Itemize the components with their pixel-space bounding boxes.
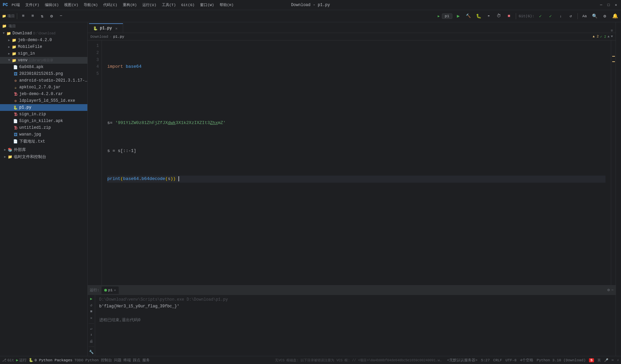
menu-file[interactable]: PC端 — [10, 2, 22, 8]
notifications-btn[interactable]: 🔔 — [611, 12, 619, 20]
status-debug[interactable]: 踩点 — [133, 358, 140, 363]
code-op: = — [110, 148, 118, 153]
status-service[interactable]: 服务 — [142, 358, 150, 363]
maximize-button[interactable]: □ — [606, 3, 611, 7]
coverage-button[interactable]: ☂ — [485, 12, 493, 20]
toolbar-btn-settings[interactable]: ⚙ — [48, 12, 56, 20]
menu-help[interactable]: 帮助(H) — [218, 2, 235, 8]
editor-tab-p1py[interactable]: 🐍 p1.py ✕ — [89, 23, 123, 33]
tree-item-jar[interactable]: ☕ apktool_2.7.0.jar — [0, 84, 87, 91]
tree-item-venv[interactable]: ▼ 📁 venv library根目录 — [0, 57, 87, 64]
tree-item-jpg[interactable]: 🖼 wanan.jpg — [0, 131, 87, 138]
wrap-icon[interactable]: ↵ — [88, 326, 94, 331]
rerun-icon[interactable]: ↺ — [88, 303, 94, 308]
tree-item-external[interactable]: ▶ 📚 外部库 — [0, 146, 87, 153]
tools-icon[interactable]: 🔧 — [88, 350, 94, 355]
status-python-ver[interactable]: Python 3.10 (Download) — [537, 358, 586, 362]
tree-item-zip2[interactable]: 🗜 untitled1.zip — [0, 124, 87, 131]
tree-item-exe2[interactable]: ⚙ ldplayer5_ld_555_ld.exe — [0, 97, 87, 104]
menu-edit2[interactable]: 编辑(E) — [43, 2, 61, 8]
status-icon-5[interactable]: ⚡ — [617, 358, 619, 362]
menu-run[interactable]: 运行(U) — [141, 2, 158, 8]
bottom-settings-icon[interactable]: ⚙ — [608, 287, 610, 293]
git-history-btn[interactable]: ↺ — [567, 12, 575, 20]
settings-btn[interactable]: ⚙ — [601, 12, 609, 20]
tree-item-apk1[interactable]: 📄 6a0484.apk — [0, 64, 87, 70]
tab-close-btn[interactable]: ✕ — [114, 26, 119, 31]
status-line-col[interactable]: 5:27 — [481, 358, 490, 362]
tree-item-zip1[interactable]: 🗜 sign_in.zip — [0, 111, 87, 118]
translate-btn[interactable]: Aa — [581, 12, 589, 20]
toolbar-btn-collapse[interactable]: − — [57, 12, 65, 20]
tree-item-mobile[interactable]: ▶ 📁 MobileFile — [0, 43, 87, 50]
breadcrumb-file[interactable]: p1.py — [113, 35, 124, 39]
status-git[interactable]: ⎇ Git — [2, 358, 14, 362]
stop-icon[interactable]: ■ — [88, 309, 94, 314]
menu-refactor[interactable]: 重构(R) — [121, 2, 139, 8]
toolbar-btn-sort[interactable]: ⇅ — [38, 12, 46, 20]
status-issues[interactable]: 问题 — [114, 358, 121, 363]
status-run[interactable]: ▶ 运行 — [16, 358, 27, 363]
tree-item-rar[interactable]: 🗜 jeb-demo-4.2.0.rar — [0, 91, 87, 97]
print-icon[interactable]: 🖨 — [88, 339, 94, 344]
tree-item-png[interactable]: 🖼 20230102152615.png — [0, 70, 87, 77]
toolbar-btn-list[interactable]: ≡ — [29, 12, 37, 20]
run-button[interactable]: ▶ — [454, 12, 462, 20]
status-lang-icon[interactable]: 英 — [597, 358, 601, 363]
tree-item-signin[interactable]: ▶ 📁 sign_in — [0, 50, 87, 57]
status-icon-4[interactable]: ⌨ — [612, 358, 614, 362]
status-charset[interactable]: UTF-8 — [505, 358, 516, 362]
menu-git[interactable]: Git(G) — [179, 2, 196, 8]
git-push-btn[interactable]: ✓ — [546, 12, 555, 20]
status-terminal[interactable]: 终端 — [123, 358, 131, 363]
close-button[interactable]: ✕ — [614, 3, 618, 7]
status-mic-icon[interactable]: 🎤 — [604, 358, 608, 362]
git-pull-btn[interactable]: ↓ — [557, 12, 565, 20]
tree-item-exe1[interactable]: ⚙ android-studio-2021.3.1.17-windows.exe — [0, 77, 87, 84]
menu-view[interactable]: 视图(V) — [62, 2, 80, 8]
status-console[interactable]: Python 控制台 — [85, 358, 112, 363]
arrow-icon-venv: ▼ — [7, 58, 11, 63]
breadcrumb-project[interactable]: Download — [90, 35, 108, 39]
search-btn[interactable]: 🔍 — [591, 12, 599, 20]
run-tab-close[interactable]: ✕ — [114, 288, 116, 292]
status-no-vcs[interactable]: <无默认认服务器> — [447, 358, 477, 363]
minimize-button[interactable]: ─ — [599, 3, 603, 7]
run-play-icon[interactable]: ▶ — [88, 296, 94, 301]
stop-button[interactable]: ■ — [505, 12, 513, 20]
debug-button[interactable]: 🐛 — [475, 12, 483, 20]
file-icon-exe2: ⚙ — [13, 98, 18, 103]
menu-code[interactable]: 代码(C) — [102, 2, 119, 8]
tab-bar-settings[interactable]: ≡ — [611, 29, 613, 33]
tree-item-temp[interactable]: ▶ 📁 临时文件和控制台 — [0, 153, 87, 160]
tree-item-jeb[interactable]: ▶ 📁 jeb-demo-4.2.0 — [0, 37, 87, 43]
git-commit-btn[interactable]: ✓ — [536, 12, 544, 20]
scroll-end-icon[interactable]: ⬇ — [88, 332, 94, 337]
tree-item-p1py[interactable]: 🐍 p1.py — [0, 104, 87, 111]
tree-item-txt[interactable]: 📄 下载地址.txt — [0, 138, 87, 145]
status-encoding[interactable]: CRLF — [493, 358, 502, 362]
run-output-area[interactable]: D:\Download\venv\Scripts\python.exe D:\D… — [95, 295, 616, 356]
arrow-icon-temp: ▶ — [3, 155, 7, 159]
bottom-minimize-icon[interactable]: − — [611, 288, 614, 293]
close-output-icon[interactable]: ✕ — [88, 315, 94, 321]
warning-count: ▲ 2 — [593, 35, 599, 38]
run-tab-p1[interactable]: p1 ✕ — [102, 286, 119, 294]
menu-edit[interactable]: 文件(F) — [24, 2, 41, 8]
code-editor[interactable]: import base64 s= '991YiZW0z81ZhFjZfJXdwk… — [102, 40, 611, 285]
tree-item-apk2[interactable]: 📄 Sign_in_killer.apk — [0, 118, 87, 124]
toolbar-btn-structure[interactable]: ≡ — [19, 12, 27, 20]
scroll-up-btn[interactable]: ▲ — [608, 35, 610, 38]
status-python-packages[interactable]: 🐍 0 Python Packages — [29, 358, 72, 362]
scroll-down-btn[interactable]: ▼ — [611, 35, 613, 38]
sougou-icon[interactable]: S — [589, 358, 594, 362]
run-config-dropdown[interactable]: p1 — [442, 13, 452, 19]
tree-item-download[interactable]: ▼ 📁 Download D:\Download — [0, 30, 87, 37]
build-button[interactable]: 🔨 — [464, 12, 473, 20]
status-indent[interactable]: 4个空格 — [520, 358, 533, 363]
menu-tools[interactable]: 工具(T) — [160, 2, 178, 8]
status-todo[interactable]: TODO — [75, 358, 83, 362]
menu-nav[interactable]: 导航(N) — [82, 2, 100, 8]
menu-window[interactable]: 窗口(W) — [198, 2, 216, 8]
profile-button[interactable]: ⏱ — [495, 12, 503, 20]
